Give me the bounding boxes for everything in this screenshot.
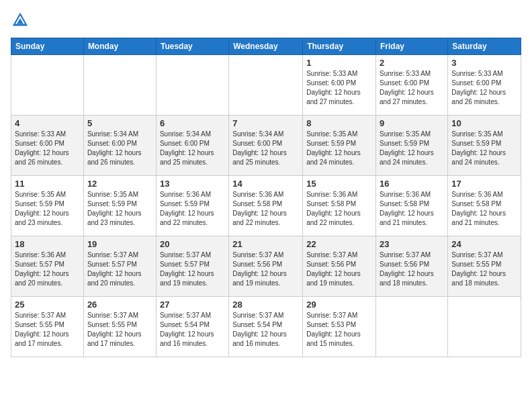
calendar-cell: 26Sunrise: 5:37 AM Sunset: 5:55 PM Dayli… (83, 297, 156, 357)
day-number: 8 (306, 118, 372, 128)
calendar-cell: 9Sunrise: 5:35 AM Sunset: 5:59 PM Daylig… (376, 116, 448, 176)
day-number: 7 (232, 118, 299, 128)
cell-info: Sunrise: 5:33 AM Sunset: 6:00 PM Dayligh… (380, 69, 444, 107)
calendar-cell: 7Sunrise: 5:34 AM Sunset: 6:00 PM Daylig… (229, 116, 303, 176)
calendar-cell: 28Sunrise: 5:37 AM Sunset: 5:54 PM Dayli… (229, 297, 303, 357)
col-header-thursday: Thursday (303, 38, 376, 55)
day-number: 20 (160, 239, 225, 249)
col-header-saturday: Saturday (448, 38, 521, 55)
day-number: 21 (232, 239, 299, 249)
cell-info: Sunrise: 5:36 AM Sunset: 5:58 PM Dayligh… (232, 190, 299, 228)
calendar-cell: 5Sunrise: 5:34 AM Sunset: 6:00 PM Daylig… (83, 116, 156, 176)
calendar-cell: 14Sunrise: 5:36 AM Sunset: 5:58 PM Dayli… (229, 176, 303, 236)
cell-info: Sunrise: 5:33 AM Sunset: 6:00 PM Dayligh… (306, 69, 372, 107)
calendar-cell: 24Sunrise: 5:37 AM Sunset: 5:55 PM Dayli… (448, 236, 521, 297)
col-header-wednesday: Wednesday (229, 38, 303, 55)
col-header-monday: Monday (83, 38, 156, 55)
calendar-cell (448, 297, 521, 357)
calendar-week-4: 18Sunrise: 5:36 AM Sunset: 5:57 PM Dayli… (11, 236, 521, 297)
cell-info: Sunrise: 5:33 AM Sunset: 6:00 PM Dayligh… (451, 69, 517, 107)
day-number: 11 (15, 179, 80, 189)
calendar-cell: 2Sunrise: 5:33 AM Sunset: 6:00 PM Daylig… (376, 55, 448, 116)
calendar-cell: 11Sunrise: 5:35 AM Sunset: 5:59 PM Dayli… (11, 176, 84, 236)
calendar-table: SundayMondayTuesdayWednesdayThursdayFrid… (11, 38, 521, 357)
day-number: 4 (15, 118, 80, 128)
day-number: 22 (306, 239, 372, 249)
calendar-week-2: 4Sunrise: 5:33 AM Sunset: 6:00 PM Daylig… (11, 116, 521, 176)
day-number: 28 (232, 300, 299, 310)
day-number: 25 (15, 300, 80, 310)
calendar-cell: 25Sunrise: 5:37 AM Sunset: 5:55 PM Dayli… (11, 297, 84, 357)
cell-info: Sunrise: 5:37 AM Sunset: 5:56 PM Dayligh… (306, 250, 372, 288)
page-header (11, 11, 521, 30)
day-number: 27 (160, 300, 225, 310)
day-number: 13 (160, 179, 225, 189)
col-header-tuesday: Tuesday (156, 38, 228, 55)
calendar-cell: 3Sunrise: 5:33 AM Sunset: 6:00 PM Daylig… (448, 55, 521, 116)
day-number: 6 (160, 118, 225, 128)
day-number: 19 (87, 239, 152, 249)
calendar-cell: 10Sunrise: 5:35 AM Sunset: 5:59 PM Dayli… (448, 116, 521, 176)
cell-info: Sunrise: 5:35 AM Sunset: 5:59 PM Dayligh… (15, 190, 80, 228)
calendar-week-5: 25Sunrise: 5:37 AM Sunset: 5:55 PM Dayli… (11, 297, 521, 357)
calendar-cell: 18Sunrise: 5:36 AM Sunset: 5:57 PM Dayli… (11, 236, 84, 297)
calendar-cell: 16Sunrise: 5:36 AM Sunset: 5:58 PM Dayli… (376, 176, 448, 236)
cell-info: Sunrise: 5:37 AM Sunset: 5:53 PM Dayligh… (306, 311, 372, 349)
calendar-cell: 29Sunrise: 5:37 AM Sunset: 5:53 PM Dayli… (303, 297, 376, 357)
calendar-cell: 22Sunrise: 5:37 AM Sunset: 5:56 PM Dayli… (303, 236, 376, 297)
calendar-cell: 15Sunrise: 5:36 AM Sunset: 5:58 PM Dayli… (303, 176, 376, 236)
cell-info: Sunrise: 5:35 AM Sunset: 5:59 PM Dayligh… (87, 190, 152, 228)
day-number: 15 (306, 179, 372, 189)
day-number: 24 (451, 239, 517, 249)
calendar-cell (11, 55, 84, 116)
cell-info: Sunrise: 5:37 AM Sunset: 5:55 PM Dayligh… (15, 311, 80, 349)
cell-info: Sunrise: 5:35 AM Sunset: 5:59 PM Dayligh… (380, 130, 444, 167)
calendar-cell: 8Sunrise: 5:35 AM Sunset: 5:59 PM Daylig… (303, 116, 376, 176)
cell-info: Sunrise: 5:37 AM Sunset: 5:57 PM Dayligh… (87, 250, 152, 288)
day-number: 3 (451, 58, 517, 68)
cell-info: Sunrise: 5:33 AM Sunset: 6:00 PM Dayligh… (15, 130, 80, 167)
day-number: 9 (380, 118, 444, 128)
day-number: 17 (451, 179, 517, 189)
calendar-cell (156, 55, 228, 116)
col-header-sunday: Sunday (11, 38, 84, 55)
day-number: 1 (306, 58, 372, 68)
cell-info: Sunrise: 5:37 AM Sunset: 5:55 PM Dayligh… (87, 311, 152, 349)
calendar-cell: 20Sunrise: 5:37 AM Sunset: 5:57 PM Dayli… (156, 236, 228, 297)
day-number: 29 (306, 300, 372, 310)
cell-info: Sunrise: 5:37 AM Sunset: 5:55 PM Dayligh… (451, 250, 517, 288)
cell-info: Sunrise: 5:37 AM Sunset: 5:56 PM Dayligh… (232, 250, 299, 288)
calendar-cell: 13Sunrise: 5:36 AM Sunset: 5:59 PM Dayli… (156, 176, 228, 236)
calendar-cell: 17Sunrise: 5:36 AM Sunset: 5:58 PM Dayli… (448, 176, 521, 236)
logo (11, 11, 32, 30)
day-number: 23 (380, 239, 444, 249)
calendar-week-1: 1Sunrise: 5:33 AM Sunset: 6:00 PM Daylig… (11, 55, 521, 116)
cell-info: Sunrise: 5:37 AM Sunset: 5:54 PM Dayligh… (232, 311, 299, 349)
calendar-cell (376, 297, 448, 357)
day-number: 12 (87, 179, 152, 189)
calendar-cell (83, 55, 156, 116)
cell-info: Sunrise: 5:36 AM Sunset: 5:58 PM Dayligh… (380, 190, 444, 228)
day-number: 18 (15, 239, 80, 249)
cell-info: Sunrise: 5:37 AM Sunset: 5:54 PM Dayligh… (160, 311, 225, 349)
calendar-cell: 6Sunrise: 5:34 AM Sunset: 6:00 PM Daylig… (156, 116, 228, 176)
calendar-cell: 27Sunrise: 5:37 AM Sunset: 5:54 PM Dayli… (156, 297, 228, 357)
col-header-friday: Friday (376, 38, 448, 55)
calendar-cell (229, 55, 303, 116)
day-number: 10 (451, 118, 517, 128)
cell-info: Sunrise: 5:36 AM Sunset: 5:59 PM Dayligh… (160, 190, 225, 228)
calendar-week-3: 11Sunrise: 5:35 AM Sunset: 5:59 PM Dayli… (11, 176, 521, 236)
cell-info: Sunrise: 5:36 AM Sunset: 5:57 PM Dayligh… (15, 250, 80, 288)
cell-info: Sunrise: 5:34 AM Sunset: 6:00 PM Dayligh… (232, 130, 299, 167)
cell-info: Sunrise: 5:35 AM Sunset: 5:59 PM Dayligh… (451, 130, 517, 167)
cell-info: Sunrise: 5:37 AM Sunset: 5:56 PM Dayligh… (380, 250, 444, 288)
day-number: 16 (380, 179, 444, 189)
cell-info: Sunrise: 5:34 AM Sunset: 6:00 PM Dayligh… (87, 130, 152, 167)
header-row: SundayMondayTuesdayWednesdayThursdayFrid… (11, 38, 521, 55)
cell-info: Sunrise: 5:35 AM Sunset: 5:59 PM Dayligh… (306, 130, 372, 167)
cell-info: Sunrise: 5:37 AM Sunset: 5:57 PM Dayligh… (160, 250, 225, 288)
calendar-cell: 19Sunrise: 5:37 AM Sunset: 5:57 PM Dayli… (83, 236, 156, 297)
cell-info: Sunrise: 5:36 AM Sunset: 5:58 PM Dayligh… (451, 190, 517, 228)
calendar-cell: 4Sunrise: 5:33 AM Sunset: 6:00 PM Daylig… (11, 116, 84, 176)
day-number: 2 (380, 58, 444, 68)
